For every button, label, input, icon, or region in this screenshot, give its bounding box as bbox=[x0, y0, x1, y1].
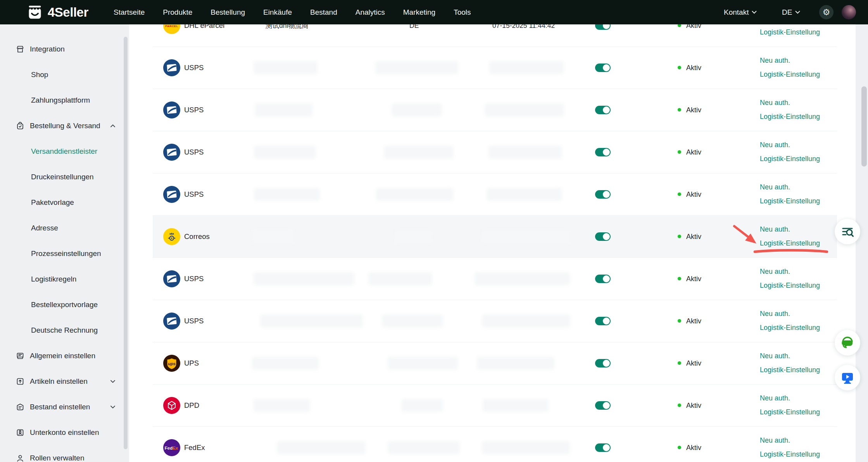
redacted-text bbox=[482, 314, 570, 328]
person-icon bbox=[16, 453, 25, 462]
usps-logo-icon bbox=[163, 186, 180, 203]
logistik-einstellung-link[interactable]: Logistik-Einstellung bbox=[760, 28, 820, 36]
main-menu: StartseiteProdukteBestellungEinkäufeBest… bbox=[114, 0, 471, 24]
logistik-einstellung-link[interactable]: Logistik-Einstellung bbox=[760, 408, 820, 416]
logistik-einstellung-link[interactable]: Logistik-Einstellung bbox=[760, 239, 820, 247]
page-scrollbar-track bbox=[856, 24, 868, 462]
redacted-text bbox=[255, 103, 313, 117]
status-label: Aktiv bbox=[686, 190, 701, 199]
neu-auth-link[interactable]: Neu auth. bbox=[760, 225, 790, 234]
sidebar-item-allgemein-einstellen[interactable]: Allgemein einstellen bbox=[0, 343, 129, 369]
sidebar-item-deutsche-rechnung[interactable]: Deutsche Rechnung bbox=[0, 318, 129, 343]
nav-item-bestellung[interactable]: Bestellung bbox=[211, 8, 245, 17]
id-card-icon bbox=[16, 428, 25, 437]
sidebar-item-label: Druckeinstellungen bbox=[31, 173, 94, 181]
logistik-einstellung-link[interactable]: Logistik-Einstellung bbox=[760, 197, 820, 205]
neu-auth-link[interactable]: Neu auth. bbox=[760, 141, 790, 149]
enable-toggle[interactable] bbox=[595, 359, 611, 368]
neu-auth-link[interactable]: Neu auth. bbox=[760, 352, 790, 360]
redacted-text bbox=[396, 230, 431, 243]
toggle-knob bbox=[603, 275, 610, 282]
logistik-einstellung-link[interactable]: Logistik-Einstellung bbox=[760, 281, 820, 290]
logistik-einstellung-link[interactable]: Logistik-Einstellung bbox=[760, 450, 820, 459]
sidebar-item-bestand-einstellen[interactable]: Bestand einstellen bbox=[0, 394, 129, 420]
neu-auth-link[interactable]: Neu auth. bbox=[760, 267, 790, 276]
sidebar-item-label: Bestellexportvorlage bbox=[31, 301, 98, 309]
nav-item-tools[interactable]: Tools bbox=[454, 8, 471, 17]
neu-auth-link[interactable]: Neu auth. bbox=[760, 56, 790, 65]
sidebar-item-zahlungsplattform[interactable]: Zahlungsplattform bbox=[0, 88, 129, 113]
neu-auth-link[interactable]: Neu auth. bbox=[760, 436, 790, 445]
carrier-row-usps: USPSAktivNeu auth.Logistik-Einstellung bbox=[153, 173, 837, 216]
enable-toggle[interactable] bbox=[595, 317, 611, 325]
logistik-einstellung-link[interactable]: Logistik-Einstellung bbox=[760, 323, 820, 332]
logistik-einstellung-link[interactable]: Logistik-Einstellung bbox=[760, 112, 820, 121]
nav-item-startseite[interactable]: Startseite bbox=[114, 8, 145, 17]
sidebar-item-shop[interactable]: Shop bbox=[0, 62, 129, 88]
user-avatar[interactable] bbox=[842, 5, 856, 19]
sidebar-item-paketvorlage[interactable]: Paketvorlage bbox=[0, 190, 129, 215]
bag-check-icon bbox=[16, 121, 25, 131]
correos-logo-icon bbox=[163, 228, 180, 245]
kontakt-menu[interactable]: Kontakt bbox=[724, 0, 757, 24]
nav-item-marketing[interactable]: Marketing bbox=[403, 8, 435, 17]
sidebar-item-versanddienstleister[interactable]: Versanddienstleister bbox=[0, 139, 129, 164]
settings-button[interactable]: ⚙ bbox=[819, 5, 833, 19]
usps-logo-icon bbox=[163, 59, 180, 76]
carrier-row-usps: USPSAktivNeu auth.Logistik-Einstellung bbox=[153, 89, 837, 131]
enable-toggle[interactable] bbox=[595, 64, 611, 72]
redacted-text bbox=[482, 441, 570, 454]
support-chat-button[interactable] bbox=[835, 330, 860, 356]
sidebar-item-unterkonto-einstellen[interactable]: Unterkonto einstellen bbox=[0, 420, 129, 445]
enable-toggle[interactable] bbox=[595, 106, 611, 114]
logistik-einstellung-link[interactable]: Logistik-Einstellung bbox=[760, 366, 820, 374]
storefront-icon bbox=[16, 45, 25, 54]
sidebar-item-logistikregeln[interactable]: Logistikregeln bbox=[0, 266, 129, 292]
enable-toggle[interactable] bbox=[595, 275, 611, 283]
sidebar-item-integration[interactable]: Integration bbox=[0, 36, 129, 62]
redacted-text bbox=[382, 314, 443, 328]
nav-item-einkäufe[interactable]: Einkäufe bbox=[263, 8, 292, 17]
chevron-down-icon bbox=[752, 10, 757, 14]
sidebar-item-prozesseinstellungen[interactable]: Prozesseinstellungen bbox=[0, 241, 129, 266]
sidebar-item-bestellung-versand[interactable]: Bestellung & Versand bbox=[0, 113, 129, 139]
toggle-knob bbox=[603, 106, 610, 113]
carrier-row-ups: upsUPSAktivNeu auth.Logistik-Einstellung bbox=[153, 342, 837, 385]
status-label: Aktiv bbox=[686, 359, 701, 368]
enable-toggle[interactable] bbox=[595, 401, 611, 410]
toggle-knob bbox=[603, 318, 610, 325]
carrier-name: USPS bbox=[184, 317, 204, 325]
brand-name: 4Seller bbox=[48, 5, 88, 20]
sidebar-item-adresse[interactable]: Adresse bbox=[0, 215, 129, 241]
nav-item-analytics[interactable]: Analytics bbox=[355, 8, 385, 17]
sidebar-item-rollen-verwalten[interactable]: Rollen verwalten bbox=[0, 445, 129, 462]
logistik-einstellung-link[interactable]: Logistik-Einstellung bbox=[760, 155, 820, 163]
nav-item-produkte[interactable]: Produkte bbox=[163, 8, 192, 17]
status-label: Aktiv bbox=[686, 64, 701, 72]
sidebar-item-bestellexportvorlage[interactable]: Bestellexportvorlage bbox=[0, 292, 129, 318]
video-help-button[interactable] bbox=[835, 365, 860, 390]
sidebar-item-druckeinstellungen[interactable]: Druckeinstellungen bbox=[0, 164, 129, 190]
sidebar-scrollbar[interactable] bbox=[124, 37, 128, 449]
logistik-einstellung-link[interactable]: Logistik-Einstellung bbox=[760, 70, 820, 79]
brand-logo[interactable]: 4Seller bbox=[27, 0, 88, 24]
neu-auth-link[interactable]: Neu auth. bbox=[760, 98, 790, 107]
redacted-text bbox=[483, 399, 549, 412]
enable-toggle[interactable] bbox=[595, 232, 611, 241]
nav-item-bestand[interactable]: Bestand bbox=[310, 8, 337, 17]
neu-auth-link[interactable]: Neu auth. bbox=[760, 309, 790, 318]
enable-toggle[interactable] bbox=[595, 443, 611, 452]
toggle-knob bbox=[603, 64, 610, 71]
carrier-name: Correos bbox=[184, 232, 210, 241]
page-scrollbar-thumb[interactable] bbox=[861, 86, 867, 167]
enable-toggle[interactable] bbox=[595, 190, 611, 199]
neu-auth-link[interactable]: Neu auth. bbox=[760, 183, 790, 191]
language-switcher[interactable]: DE bbox=[782, 0, 800, 24]
sidebar-item-artikeln-einstellen[interactable]: Artikeln einstellen bbox=[0, 369, 129, 394]
search-list-button[interactable] bbox=[835, 219, 860, 244]
redacted-text bbox=[252, 230, 293, 243]
carrier-row-correos: CorreosAktivNeu auth.Logistik-Einstellun… bbox=[153, 216, 837, 258]
enable-toggle[interactable] bbox=[595, 148, 611, 156]
neu-auth-link[interactable]: Neu auth. bbox=[760, 394, 790, 402]
carrier-row-usps: USPSAktivNeu auth.Logistik-Einstellung bbox=[153, 131, 837, 173]
